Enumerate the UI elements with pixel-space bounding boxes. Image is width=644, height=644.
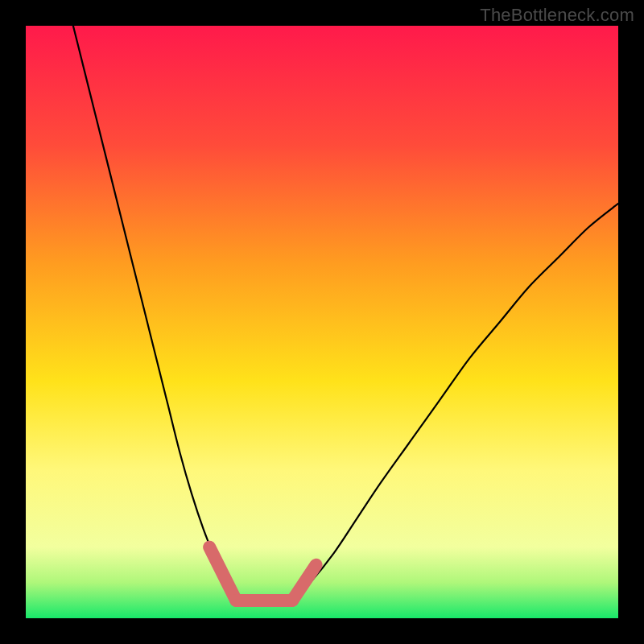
watermark-text: TheBottleneck.com xyxy=(480,5,634,26)
chart-frame: TheBottleneck.com xyxy=(0,0,644,644)
bottleneck-chart xyxy=(0,0,644,644)
plot-area xyxy=(26,26,618,618)
